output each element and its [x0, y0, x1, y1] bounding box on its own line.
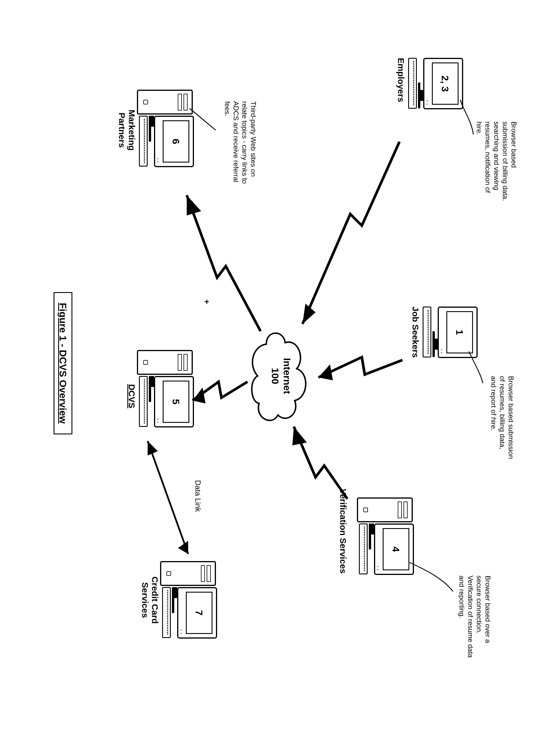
svg-marker-7: [178, 541, 188, 554]
svg-marker-6: [148, 441, 158, 456]
callout-employers: Browser based submission of billing data…: [475, 121, 518, 202]
node-dcvs: 5▪ ▪ DCVS: [127, 350, 194, 425]
bolt-jobseekers: [313, 340, 405, 392]
node-credit-label: Credit Card Services: [140, 564, 160, 636]
callout-line-marketing: [188, 107, 217, 133]
bolt-dcvs: [188, 366, 249, 412]
bolt-employers: [298, 139, 402, 330]
callout-line-jobseekers: [466, 350, 483, 385]
node-credit-num: 7: [186, 592, 212, 634]
callout-verif: Browser based over a secure connection. …: [457, 576, 492, 665]
node-verif-num: 4: [383, 528, 409, 570]
node-jobseekers-num: 1: [446, 311, 473, 353]
bolt-marketing: [182, 191, 263, 335]
svg-marker-4: [192, 388, 205, 403]
node-credit: 7▪ ▪ Credit Card Services: [140, 561, 217, 636]
node-employers-label: Employers: [396, 58, 406, 133]
bolt-verif: [290, 422, 350, 503]
node-verification: 4▪ ▪: [359, 497, 414, 573]
callout-line-verif: [408, 561, 455, 593]
svg-marker-2: [293, 427, 307, 445]
node-marketing: 6▪ ▪ Marketing Partners: [117, 90, 194, 165]
callout-jobseekers: Browser based submission of resumes, bil…: [489, 376, 515, 460]
node-dcvs-label: DCVS: [127, 367, 137, 425]
svg-marker-1: [319, 364, 333, 380]
node-marketing-label: Marketing Partners: [117, 95, 137, 165]
data-link-arrow: [141, 434, 194, 561]
svg-marker-3: [187, 195, 201, 215]
data-link-label: Data Link: [193, 480, 203, 512]
stray-mark: +: [202, 299, 211, 304]
callout-line-employers: [452, 98, 475, 136]
internet-cloud: Internet 100: [249, 327, 316, 425]
figure-caption: Figure 1 - DCVS Overview: [54, 292, 72, 434]
callout-marketing: Third-party Web sites on relate topics -…: [223, 101, 257, 191]
node-marketing-num: 6: [163, 120, 189, 163]
cloud-label-1: Internet: [281, 327, 293, 425]
node-dcvs-num: 5: [163, 381, 189, 423]
cloud-label-2: 100: [269, 327, 281, 425]
node-jobseekers-label: Job Seekers: [411, 307, 420, 382]
svg-line-5: [148, 441, 188, 554]
